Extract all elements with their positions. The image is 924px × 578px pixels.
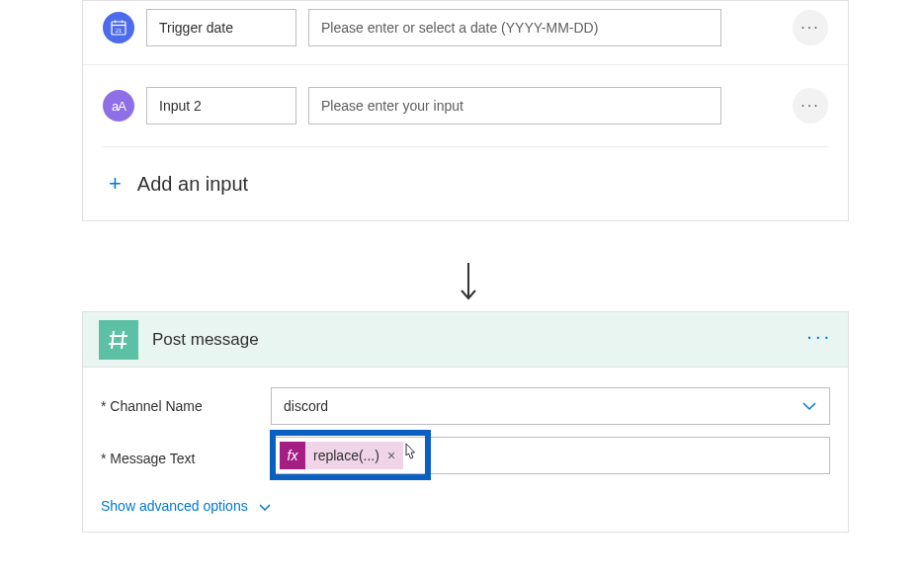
message-text-label: * Message Text xyxy=(101,437,271,466)
show-advanced-button[interactable]: Show advanced options xyxy=(101,498,830,514)
svg-line-7 xyxy=(122,331,124,349)
row-menu-button[interactable]: ··· xyxy=(793,10,828,45)
input-2-input[interactable] xyxy=(308,87,721,124)
fx-icon: fx xyxy=(280,442,305,469)
action-card: Post message ··· * Channel Name discord … xyxy=(82,311,849,533)
connector-arrow-icon xyxy=(459,261,478,312)
message-text-input[interactable]: fx replace(...) × xyxy=(271,437,830,474)
expression-token[interactable]: fx replace(...) × xyxy=(280,442,403,469)
chevron-down-icon xyxy=(258,498,272,514)
channel-name-row: * Channel Name discord xyxy=(101,387,830,425)
channel-name-label: * Channel Name xyxy=(101,398,271,414)
channel-selected-value: discord xyxy=(284,398,328,414)
input-row-trigger-date: 21 Trigger date ··· xyxy=(83,1,848,54)
input-row-input-2: aA Input 2 ··· xyxy=(83,64,848,132)
hash-icon xyxy=(99,320,138,360)
row-menu-button[interactable]: ··· xyxy=(793,88,828,124)
svg-line-6 xyxy=(112,331,114,349)
show-advanced-label: Show advanced options xyxy=(101,498,248,514)
input-label-box[interactable]: Input 2 xyxy=(146,87,296,124)
cursor-pointer-icon xyxy=(399,440,421,470)
chevron-down-icon xyxy=(801,397,817,415)
input-label-box[interactable]: Trigger date xyxy=(146,9,296,46)
plus-icon: + xyxy=(109,171,122,197)
trigger-card: 21 Trigger date ··· aA Input 2 ··· + Add… xyxy=(82,0,849,221)
add-input-button[interactable]: + Add an input xyxy=(83,147,848,197)
action-header[interactable]: Post message ··· xyxy=(83,312,848,368)
input-label: Input 2 xyxy=(159,98,202,114)
action-body: * Channel Name discord * Message Text xyxy=(83,368,848,532)
text-icon: aA xyxy=(103,90,134,122)
add-input-label: Add an input xyxy=(137,173,248,196)
action-title: Post message xyxy=(152,330,259,350)
input-label: Trigger date xyxy=(159,20,233,36)
calendar-icon: 21 xyxy=(103,12,134,43)
message-text-row: * Message Text fx replace(...) × xyxy=(101,437,830,474)
token-label: replace(...) xyxy=(313,448,379,463)
action-menu-button[interactable]: ··· xyxy=(806,336,832,344)
token-close-button[interactable]: × xyxy=(387,448,395,463)
channel-name-select[interactable]: discord xyxy=(271,387,830,425)
trigger-date-input[interactable] xyxy=(308,9,721,46)
svg-text:21: 21 xyxy=(116,28,123,34)
highlight-annotation: fx replace(...) × xyxy=(270,430,431,480)
